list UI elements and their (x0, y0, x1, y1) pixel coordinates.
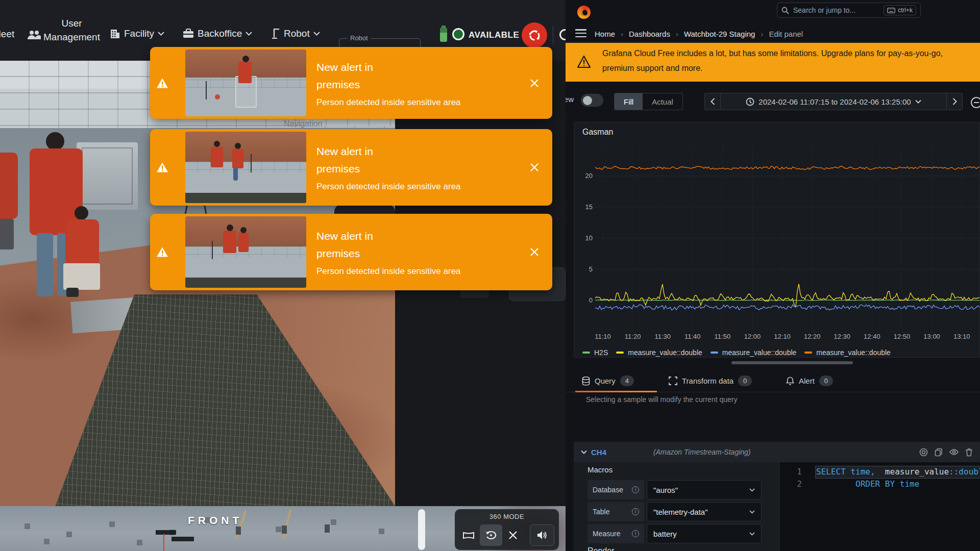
table-view-label: view (566, 95, 574, 104)
close-icon[interactable] (528, 161, 541, 174)
field-label-text: Table (593, 508, 609, 516)
robot-selector-label: Robot (348, 34, 371, 42)
alert-toast[interactable]: New alert in premises Person detected in… (150, 214, 552, 290)
alert-thumbnail (185, 132, 306, 203)
alert-message: Person detected inside sensitive area (316, 182, 517, 192)
legend-item[interactable]: measure_value::double (710, 348, 797, 357)
alert-title: premises (316, 76, 517, 93)
chevron-down-icon (246, 32, 252, 36)
close-icon[interactable] (528, 245, 541, 259)
legend-item[interactable]: measure_value::double (616, 348, 702, 357)
rotate-360-icon (485, 529, 497, 541)
legend-swatch (582, 352, 590, 354)
mode-360-button[interactable] (480, 524, 502, 546)
transform-icon (669, 377, 677, 385)
query-row-header[interactable]: CH4 (Amazon Timestream-Staging) (574, 442, 980, 462)
horizontal-scrollbar[interactable] (731, 361, 853, 364)
audio-button[interactable] (530, 524, 554, 546)
breadcrumb-separator: › (676, 30, 678, 38)
panorama-mode-button[interactable] (458, 524, 479, 546)
alert-title: premises (316, 160, 517, 178)
y-tick-label: 20 (575, 172, 593, 180)
tab-transform[interactable]: Transform data 0 (669, 375, 752, 386)
alert-message: Person detected inside sensitive area (316, 97, 517, 108)
table-select[interactable]: "telemetry-data" (647, 502, 762, 521)
info-icon[interactable]: i (632, 486, 639, 493)
line-number: 2 (792, 479, 802, 489)
time-range-label: 2024-02-06 11:07:15 to 2024-02-06 13:25:… (758, 97, 911, 106)
zoom-out-button[interactable] (970, 96, 980, 109)
measure-select[interactable]: battery (647, 524, 762, 543)
tab-query[interactable]: Query 4 (582, 375, 634, 386)
eye-icon[interactable] (949, 448, 959, 456)
tab-alert[interactable]: Alert 0 (786, 375, 833, 386)
sql-line-2: ORDER BY time (816, 479, 919, 489)
nav-item-facility[interactable]: Facility (110, 28, 164, 39)
breadcrumb-separator: › (761, 30, 763, 38)
chevron-down-icon (313, 32, 320, 36)
close-icon[interactable] (528, 77, 541, 90)
nav-item-fleet[interactable]: Fleet (0, 29, 14, 40)
copy-icon[interactable] (935, 448, 943, 457)
panel-controls-row: view Fill Actual 2024-02-06 11:07:15 to … (566, 82, 980, 117)
front-camera-label: FRONT (188, 514, 242, 527)
field-label-text: Database (593, 486, 623, 494)
nav-item-user-management[interactable]: User Management (40, 16, 104, 44)
time-back-button[interactable] (704, 93, 721, 110)
sql-editor[interactable]: 1 2 SELECT time, measure_value::double O… (779, 462, 980, 551)
alert-title: New alert in (316, 143, 517, 160)
chart-legend: H2S measure_value::double measure_value:… (582, 348, 891, 357)
x-tick-label: 13:00 (921, 333, 943, 340)
legend-swatch (804, 352, 812, 354)
legend-item[interactable]: H2S (582, 348, 608, 357)
upgrade-banner[interactable]: Grafana Cloud Free includes a lot, but h… (566, 43, 980, 82)
grafana-logo-icon[interactable] (577, 6, 591, 19)
time-range-picker[interactable]: 2024-02-06 11:07:15 to 2024-02-06 13:25:… (721, 93, 946, 110)
actual-button[interactable]: Actual (643, 93, 682, 110)
battery-icon (440, 28, 447, 42)
time-series-plot[interactable] (595, 146, 980, 330)
database-select[interactable]: "auros" (647, 480, 762, 499)
detection-label (172, 537, 194, 541)
time-forward-button[interactable] (946, 93, 963, 110)
nav-item-backoffice[interactable]: Backoffice (183, 28, 252, 39)
fill-button[interactable]: Fill (615, 93, 643, 110)
alert-toast[interactable]: New alert in premises Person detected in… (150, 129, 552, 206)
table-view-toggle[interactable] (581, 94, 603, 107)
query-datasource: (Amazon Timestream-Staging) (653, 448, 751, 456)
record-icon[interactable] (919, 448, 928, 457)
line-number: 1 (792, 467, 802, 477)
emergency-stop-button[interactable] (522, 22, 547, 48)
legend-item[interactable]: measure_value::double (804, 348, 891, 357)
measure-value: battery (653, 530, 749, 538)
detection-label (156, 530, 176, 535)
banner-text-line2: premium support and more. (602, 64, 703, 73)
alert-toast[interactable]: New alert in premises Person detected in… (150, 47, 552, 119)
table-value: "telemetry-data" (653, 508, 749, 516)
close-icon (508, 531, 518, 540)
close-camera-button[interactable] (503, 524, 523, 546)
fleet-label: Fleet (0, 29, 14, 40)
users-icon[interactable] (27, 30, 41, 40)
tab-transform-label: Transform data (682, 377, 733, 385)
camera-mode-panel: 360 MODE (455, 509, 559, 550)
info-icon[interactable]: i (632, 530, 639, 537)
scroll-handle[interactable] (418, 509, 425, 550)
status-dot-icon (452, 28, 464, 40)
briefcase-icon (183, 29, 194, 39)
x-tick-label: 11:10 (592, 333, 614, 340)
query-name[interactable]: CH4 (591, 448, 606, 457)
search-input[interactable]: Search or jump to... ctrl+k (777, 3, 921, 18)
info-icon[interactable]: i (632, 508, 639, 515)
legend-label: measure_value::double (816, 348, 891, 357)
nav-item-robot[interactable]: Robot (272, 28, 320, 39)
grafana-pane: Search or jump to... ctrl+k Home › Dashb… (566, 0, 980, 551)
legend-swatch (616, 352, 624, 354)
breadcrumb-home[interactable]: Home (595, 30, 615, 38)
breadcrumb-dashboard-name[interactable]: Watchbot-29 Staging (684, 30, 755, 38)
breadcrumb-dashboards[interactable]: Dashboards (629, 30, 670, 38)
trash-icon[interactable] (965, 448, 973, 457)
banner-text-line1: Grafana Cloud Free includes a lot, but h… (602, 49, 943, 58)
chevron-down-icon[interactable] (581, 450, 587, 454)
menu-icon[interactable] (575, 29, 586, 37)
